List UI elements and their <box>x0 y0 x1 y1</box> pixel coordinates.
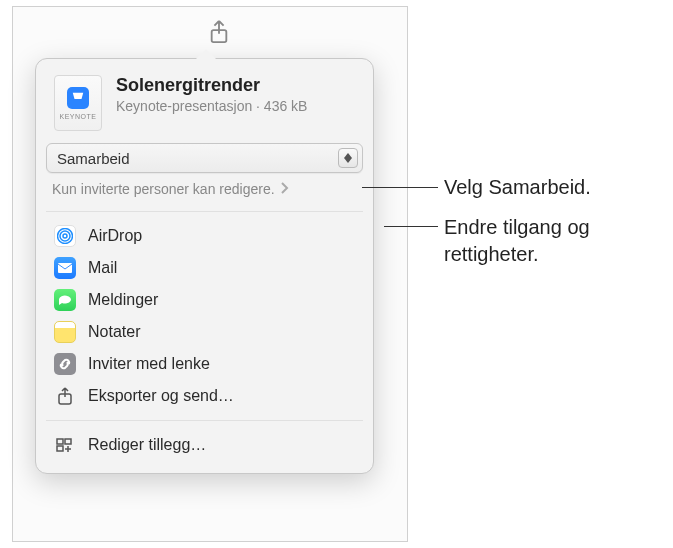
notes-icon <box>54 321 76 343</box>
share-option-label: Mail <box>88 259 117 277</box>
airdrop-icon <box>54 225 76 247</box>
svg-rect-6 <box>57 439 63 444</box>
svg-rect-4 <box>58 263 72 273</box>
share-option-label: Inviter med lenke <box>88 355 210 373</box>
extensions-icon <box>54 434 76 456</box>
callout-line <box>384 226 438 227</box>
share-option-label: Eksporter og send… <box>88 387 234 405</box>
share-option-export[interactable]: Eksporter og send… <box>36 380 373 412</box>
share-option-label: AirDrop <box>88 227 142 245</box>
edit-extensions[interactable]: Rediger tillegg… <box>36 429 373 461</box>
collaboration-mode-dropdown[interactable]: Samarbeid <box>46 143 363 173</box>
messages-icon <box>54 289 76 311</box>
edit-extensions-label: Rediger tillegg… <box>88 436 206 454</box>
share-option-messages[interactable]: Meldinger <box>36 284 373 316</box>
share-option-label: Notater <box>88 323 140 341</box>
callout-text-1: Velg Samarbeid. <box>444 174 591 201</box>
keynote-app-icon <box>67 87 89 109</box>
updown-chevron-icon <box>338 148 358 168</box>
callout-line <box>362 187 438 188</box>
permissions-row[interactable]: Kun inviterte personer kan redigere. <box>46 177 363 201</box>
share-option-label: Meldinger <box>88 291 158 309</box>
share-option-invite-link[interactable]: Inviter med lenke <box>36 348 373 380</box>
svg-point-1 <box>63 234 67 238</box>
divider <box>46 211 363 212</box>
share-option-notes[interactable]: Notater <box>36 316 373 348</box>
permissions-text: Kun inviterte personer kan redigere. <box>52 181 275 197</box>
file-title: Solenergitrender <box>116 75 355 96</box>
svg-rect-7 <box>57 446 63 451</box>
svg-point-2 <box>60 231 70 241</box>
file-subtitle: Keynote-presentasjon · 436 kB <box>116 98 355 114</box>
file-type-label: KEYNOTE <box>60 113 97 120</box>
export-icon <box>54 385 76 407</box>
share-popover: KEYNOTE Solenergitrender Keynote-present… <box>35 58 374 474</box>
share-option-mail[interactable]: Mail <box>36 252 373 284</box>
file-thumbnail: KEYNOTE <box>54 75 102 131</box>
dropdown-selected-label: Samarbeid <box>57 150 338 167</box>
share-icon[interactable] <box>208 19 230 45</box>
share-options-list: AirDrop Mail Meldinger Notater Inviter m… <box>36 216 373 416</box>
callout-text-2: Endre tilgang og rettigheter. <box>444 214 659 268</box>
file-header: KEYNOTE Solenergitrender Keynote-present… <box>36 59 373 143</box>
chevron-right-icon <box>281 181 289 197</box>
svg-rect-8 <box>65 439 71 444</box>
share-option-airdrop[interactable]: AirDrop <box>36 220 373 252</box>
divider <box>46 420 363 421</box>
mail-icon <box>54 257 76 279</box>
link-icon <box>54 353 76 375</box>
